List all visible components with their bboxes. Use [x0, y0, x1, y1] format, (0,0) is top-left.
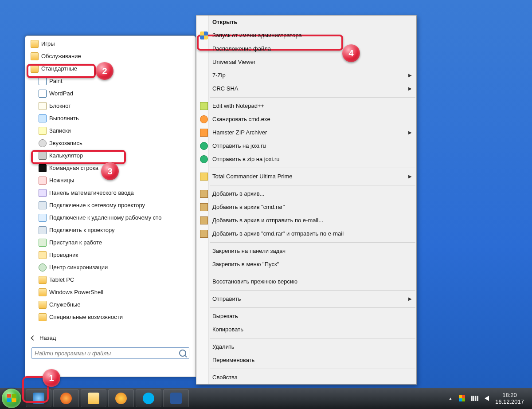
- start-menu-folder[interactable]: Обслуживание: [26, 50, 195, 63]
- start-menu-app[interactable]: Командная строка: [26, 162, 195, 174]
- context-menu-item[interactable]: Запуск от имени администратора: [196, 29, 416, 42]
- start-menu-app[interactable]: Центр синхронизации: [26, 261, 195, 274]
- search-input[interactable]: [35, 350, 179, 357]
- context-menu-item[interactable]: Hamster ZIP Archiver▶: [196, 126, 416, 139]
- separator: [210, 168, 415, 168]
- start-menu-app[interactable]: Записки: [26, 125, 195, 137]
- jx-icon: [200, 142, 208, 150]
- start-menu-folder[interactable]: Служебные: [26, 299, 195, 311]
- taskbar-button-ff[interactable]: [53, 389, 79, 407]
- start-menu-app[interactable]: Приступая к работе: [26, 236, 195, 249]
- start-menu-app[interactable]: Выполнить: [26, 112, 195, 125]
- start-menu-folder[interactable]: Windows PowerShell: [26, 286, 195, 299]
- start-menu-app[interactable]: Подключение к удаленному рабочему сто: [26, 212, 195, 224]
- context-menu-item[interactable]: Свойства: [196, 371, 416, 384]
- start-menu-folder[interactable]: Стандартные: [26, 63, 195, 75]
- start-menu-folder[interactable]: Игры: [26, 38, 195, 50]
- context-menu-item[interactable]: Добавить в архив и отправить по e-mail..…: [196, 214, 416, 227]
- start-menu-app[interactable]: Paint: [26, 75, 195, 87]
- folder-icon: [39, 313, 47, 321]
- start-menu-app[interactable]: Проводник: [26, 249, 195, 261]
- explorer-icon: [39, 251, 47, 259]
- context-menu-item[interactable]: CRC SHA▶: [196, 82, 416, 95]
- context-menu-item[interactable]: Удалить: [196, 340, 416, 354]
- sticky-icon: [39, 127, 47, 135]
- jx-icon: [200, 155, 208, 163]
- context-menu-item[interactable]: Отправить на joxi.ru: [196, 139, 416, 153]
- submenu-arrow-icon: ▶: [408, 84, 412, 93]
- context-menu-label: Добавить в архив "cmd.rar" и отправить п…: [212, 229, 344, 238]
- folder-icon: [31, 65, 39, 73]
- taskbar-clock[interactable]: 18:20 16.12.2017: [495, 392, 524, 405]
- start-button[interactable]: [2, 389, 21, 408]
- folder-icon: [39, 301, 47, 309]
- desktop: ИгрыОбслуживаниеСтандартныеPaintWordPadБ…: [0, 0, 532, 409]
- start-menu-folder[interactable]: Tablet PC: [26, 274, 195, 286]
- menu-item-label: Подключить к проектору: [49, 225, 115, 235]
- context-menu-item[interactable]: Total Commander Ultima Prime▶: [196, 170, 416, 183]
- start-menu-app[interactable]: Ножницы: [26, 174, 195, 187]
- back-arrow-icon: [30, 335, 36, 341]
- proj-icon: [39, 201, 47, 209]
- taskbar-button-ex[interactable]: [81, 389, 106, 407]
- sound-icon[interactable]: [485, 396, 489, 401]
- taskbar-button-ie[interactable]: [26, 389, 51, 407]
- start-menu-programs-list: ИгрыОбслуживаниеСтандартныеPaintWordPadБ…: [25, 36, 196, 325]
- start-menu-app[interactable]: Калькулятор: [26, 149, 195, 162]
- context-menu-item[interactable]: Добавить в архив "cmd.rar": [196, 201, 416, 214]
- context-menu-label: Копировать: [212, 325, 243, 334]
- start-menu-back[interactable]: Назад: [25, 332, 196, 344]
- context-menu-item[interactable]: Universal Viewer: [196, 55, 416, 69]
- context-menu-label: Свойства: [212, 373, 238, 382]
- context-menu-item[interactable]: Закрепить на панели задач: [196, 244, 416, 258]
- start-menu-folder[interactable]: Специальные возможности: [26, 311, 195, 323]
- context-menu-item[interactable]: Восстановить прежнюю версию: [196, 275, 416, 288]
- context-menu-item[interactable]: Расположение файла: [196, 42, 416, 55]
- submenu-arrow-icon: ▶: [408, 295, 412, 303]
- context-menu-item[interactable]: Открыть: [196, 16, 416, 29]
- mic-icon: [39, 139, 47, 147]
- start-menu-app[interactable]: Звукозапись: [26, 137, 195, 149]
- start-menu-search[interactable]: [31, 347, 189, 359]
- start-menu-app[interactable]: Подключить к проектору: [26, 224, 195, 236]
- start-menu-app[interactable]: WordPad: [26, 87, 195, 100]
- context-menu-item[interactable]: Edit with Notepad++: [196, 99, 416, 113]
- context-menu-item[interactable]: 7-Zip▶: [196, 69, 416, 82]
- start-menu-app[interactable]: Панель математического ввода: [26, 187, 195, 199]
- separator: [210, 273, 415, 273]
- context-menu-item[interactable]: Копировать: [196, 323, 416, 336]
- wr-icon: [200, 230, 208, 238]
- context-menu-item[interactable]: Переименовать: [196, 354, 416, 367]
- taskbar-button-sk[interactable]: [136, 389, 161, 407]
- context-menu: ОткрытьЗапуск от имени администратораРас…: [196, 15, 417, 385]
- context-menu-item[interactable]: Добавить в архив "cmd.rar" и отправить п…: [196, 227, 416, 240]
- menu-item-label: Подключение к сетевому проектору: [49, 201, 145, 210]
- context-menu-item[interactable]: Отправить▶: [196, 292, 416, 306]
- context-menu-item[interactable]: Вырезать: [196, 310, 416, 323]
- context-menu-item[interactable]: Отправить в zip на joxi.ru: [196, 153, 416, 166]
- context-menu-label: Hamster ZIP Archiver: [212, 128, 267, 137]
- menu-item-label: Специальные возможности: [49, 312, 123, 322]
- tray-show-hidden-icon[interactable]: ▲: [448, 396, 453, 401]
- context-menu-item[interactable]: Закрепить в меню "Пуск": [196, 258, 416, 271]
- system-tray: ▲ 18:20 16.12.2017: [448, 392, 530, 405]
- action-center-icon[interactable]: [459, 395, 465, 401]
- start-menu-app[interactable]: Подключение к сетевому проектору: [26, 199, 195, 212]
- context-menu-label: Расположение файла: [212, 44, 271, 53]
- submenu-arrow-icon: ▶: [408, 71, 412, 80]
- network-icon[interactable]: [471, 396, 478, 401]
- context-menu-item[interactable]: Сканировать cmd.exe: [196, 113, 416, 126]
- menu-item-label: Блокнот: [49, 101, 71, 111]
- context-menu-item[interactable]: Добавить в архив...: [196, 187, 416, 201]
- start-menu-app[interactable]: Блокнот: [26, 100, 195, 112]
- taskbar-button-wmp[interactable]: [108, 389, 134, 407]
- ie-icon: [33, 393, 44, 404]
- menu-item-label: Windows PowerShell: [49, 287, 103, 297]
- sk-icon: [143, 393, 154, 404]
- taskbar-button-wd[interactable]: [163, 389, 189, 407]
- wr-icon: [200, 190, 208, 198]
- back-label: Назад: [39, 334, 56, 341]
- clock-date: 16.12.2017: [495, 398, 524, 405]
- separator: [210, 97, 415, 98]
- context-menu-label: Добавить в архив и отправить по e-mail..…: [212, 216, 323, 225]
